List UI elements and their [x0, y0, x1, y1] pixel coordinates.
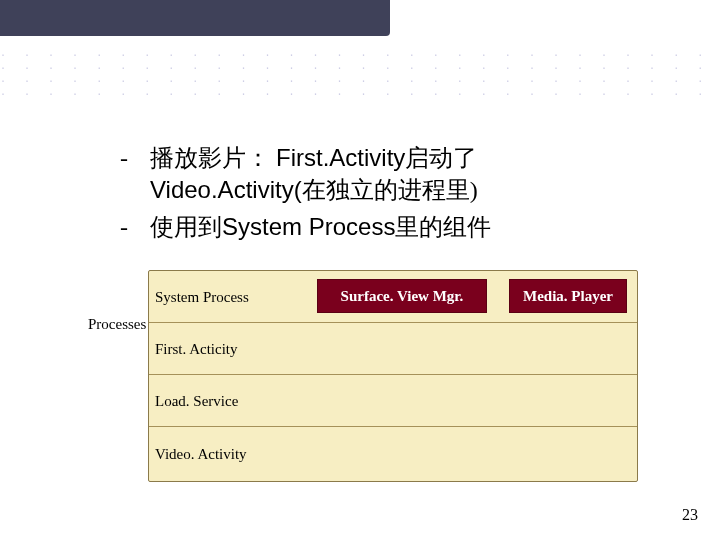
component-media-player: Media. Player — [509, 279, 627, 313]
process-label-load-service: Load. Service — [155, 392, 238, 409]
bullet-1-line2-tail: 在独立的进程里) — [302, 177, 478, 203]
bullet-list: - 播放影片： First.Activity启动了 Video.Activity… — [120, 142, 680, 247]
bullet-1: - 播放影片： First.Activity启动了 Video.Activity… — [120, 142, 680, 207]
bullet-1-code1: First.Activity — [276, 144, 405, 171]
bullet-dash: - — [120, 211, 150, 243]
component-surface-view-mgr: Surface. View Mgr. — [317, 279, 487, 313]
process-row-load-service: Load. Service — [149, 375, 637, 427]
process-row-first-activity: First. Acticity — [149, 323, 637, 375]
bullet-2-bold: System Process — [222, 213, 395, 240]
bullet-1-mid: 启动了 — [405, 145, 477, 171]
bullet-2-tail: 里的组件 — [395, 214, 491, 240]
bullet-2-pre: 使用到 — [150, 214, 222, 240]
bullet-2: - 使用到System Process里的组件 — [120, 211, 680, 243]
bullet-dash: - — [120, 142, 150, 174]
decorative-dots: . . . . . . . . . . . . . . . . . . . . … — [0, 46, 720, 106]
process-label-first-activity: First. Acticity — [155, 340, 238, 357]
page-number: 23 — [682, 506, 698, 524]
process-diagram: Processes System Process Surface. View M… — [88, 270, 648, 482]
processes-container: System Process Surface. View Mgr. Media.… — [148, 270, 638, 482]
process-label-video-activity: Video. Activity — [155, 446, 247, 463]
process-row-system: System Process Surface. View Mgr. Media.… — [149, 271, 637, 323]
header-ribbon — [0, 0, 390, 36]
process-label-system: System Process — [155, 288, 249, 305]
bullet-1-line2-code: Video.Activity( — [150, 176, 302, 203]
processes-axis-label: Processes — [88, 316, 146, 333]
process-row-video-activity: Video. Activity — [149, 427, 637, 481]
bullet-1-part1: 播放影片： — [150, 145, 276, 171]
